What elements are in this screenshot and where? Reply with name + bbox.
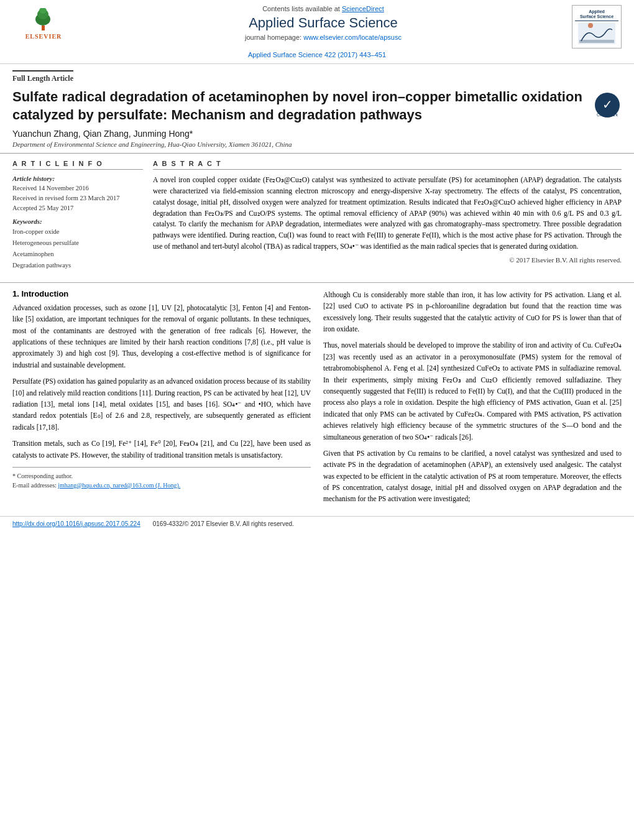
doi-link[interactable]: http://dx.doi.org/10.1016/j.apsusc.2017.… — [12, 520, 140, 527]
svg-text:CrossMark: CrossMark — [597, 113, 618, 117]
article-header: Full Length Article Sulfate radical degr… — [0, 64, 634, 154]
elsevier-logo-container: ELSEVIER — [12, 5, 75, 42]
email-link[interactable]: jmhang@hqu.edu.cn, nared@163.com (J. Hon… — [58, 482, 180, 489]
abstract-text: A novel iron coupled copper oxidate (Fe₂… — [153, 175, 622, 252]
accepted-line: Accepted 25 May 2017 — [12, 203, 143, 213]
article-history: Article history: Received 14 November 20… — [12, 175, 143, 213]
journal-logo-graphic — [578, 22, 615, 44]
logo-title: Applied Surface Science — [575, 9, 618, 22]
header-center: Contents lists available at ScienceDirec… — [75, 5, 572, 41]
article-type-label: Full Length Article — [12, 70, 73, 83]
journal-title: Applied Surface Science — [81, 15, 566, 31]
keyword-2: Heterogeneous persulfate — [12, 238, 143, 249]
body-para3: Transition metals, such as Co [19], Fe²⁺… — [12, 438, 311, 461]
section1-title: 1. Introduction — [12, 289, 311, 298]
body-right-col: Although Cu is considerably more stable … — [323, 289, 622, 510]
article-title: Sulfate radical degradation of acetamino… — [12, 88, 587, 124]
journal-header: ELSEVIER Contents lists available at Sci… — [0, 0, 634, 64]
revised-line: Received in revised form 23 March 2017 — [12, 193, 143, 203]
keywords-section: Keywords: Iron-copper oxide Heterogeneou… — [12, 218, 143, 270]
keyword-3: Acetaminophen — [12, 249, 143, 260]
svg-text:✓: ✓ — [602, 98, 613, 111]
corresponding-author-note: * Corresponding author. — [12, 471, 311, 481]
contents-line: Contents lists available at ScienceDirec… — [81, 5, 566, 12]
article-info-abstract: A R T I C L E I N F O Article history: R… — [0, 154, 634, 282]
article-info-col: A R T I C L E I N F O Article history: R… — [12, 160, 143, 276]
right-para2: Thus, novel materials should be develope… — [323, 339, 622, 443]
issn-line: 0169-4332/© 2017 Elsevier B.V. All right… — [153, 520, 294, 527]
keywords-label: Keywords: — [12, 218, 143, 225]
body-para2: Persulfate (PS) oxidation has gained pop… — [12, 376, 311, 433]
keyword-4: Degradation pathways — [12, 260, 143, 271]
elsevier-tree-icon — [26, 8, 60, 32]
journal-logo-right: Applied Surface Science — [572, 5, 622, 48]
elsevier-label: ELSEVIER — [25, 33, 62, 40]
received-line: Received 14 November 2016 — [12, 183, 143, 193]
crossmark-icon: ✓ CrossMark — [594, 91, 622, 119]
body-para1: Advanced oxidation processes, such as oz… — [12, 302, 311, 371]
sciencedirect-link[interactable]: ScienceDirect — [342, 5, 384, 12]
article-info-label: A R T I C L E I N F O — [12, 160, 143, 170]
main-body: 1. Introduction Advanced oxidation proce… — [0, 282, 634, 516]
right-para3: Given that PS activation by Cu remains t… — [323, 448, 622, 505]
history-label: Article history: — [12, 175, 143, 182]
keyword-1: Iron-copper oxide — [12, 226, 143, 238]
abstract-col: A B S T R A C T A novel iron coupled cop… — [153, 160, 622, 276]
journal-homepage: journal homepage: www.elsevier.com/locat… — [81, 34, 566, 41]
journal-citation: Applied Surface Science 422 (2017) 443–4… — [248, 51, 386, 58]
page-wrapper: ELSEVIER Contents lists available at Sci… — [0, 0, 634, 840]
abstract-label: A B S T R A C T — [153, 160, 622, 170]
body-left-col: 1. Introduction Advanced oxidation proce… — [12, 289, 311, 510]
right-para1: Although Cu is considerably more stable … — [323, 289, 622, 335]
authors: Yuanchun Zhang, Qian Zhang, Junming Hong… — [12, 129, 622, 139]
affiliation: Department of Environmental Science and … — [12, 141, 622, 148]
svg-rect-0 — [42, 25, 45, 30]
svg-point-5 — [588, 23, 593, 28]
copyright-line: © 2017 Elsevier B.V. All rights reserved… — [153, 256, 622, 264]
footnotes: * Corresponding author. E-mail addresses… — [12, 467, 311, 490]
page-footer: http://dx.doi.org/10.1016/j.apsusc.2017.… — [0, 516, 634, 531]
svg-rect-6 — [579, 40, 614, 43]
email-note: E-mail addresses: jmhang@hqu.edu.cn, nar… — [12, 481, 311, 490]
journal-url[interactable]: www.elsevier.com/locate/apsusc — [303, 34, 402, 41]
